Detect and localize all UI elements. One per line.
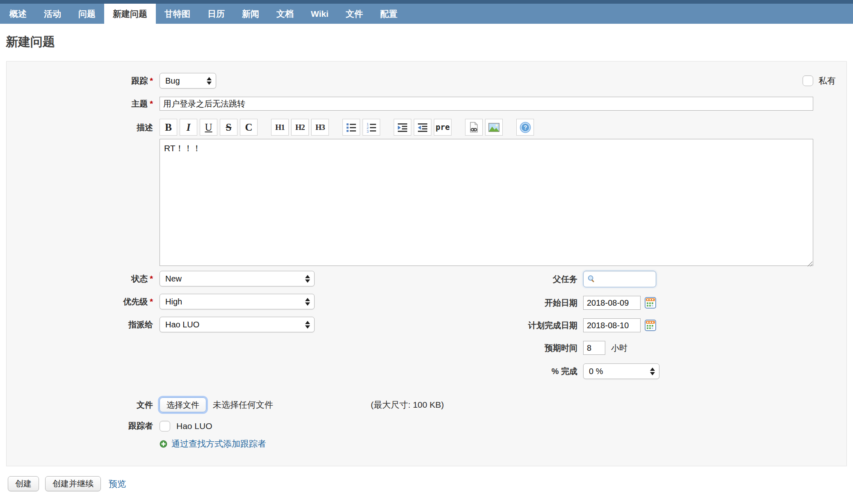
estimated-hours-label-text: 预期时间 (545, 343, 577, 352)
parent-task-label-text: 父任务 (553, 275, 577, 284)
priority-select[interactable]: High (160, 294, 315, 309)
heading-2-button[interactable]: H2 (291, 119, 309, 136)
create-button[interactable]: 创建 (8, 476, 39, 491)
watcher-option-1: Hao LUO (160, 421, 212, 431)
tracker-label-text: 跟踪 (131, 76, 148, 85)
calendar-icon (645, 320, 656, 331)
nav-tab-8[interactable]: 文档 (268, 4, 302, 24)
preformatted-button[interactable]: pre (434, 119, 452, 136)
bold-button[interactable]: B (160, 119, 177, 136)
subject-row: 主题* (7, 97, 846, 111)
nav-tab-4[interactable]: 新建问题 (104, 4, 156, 24)
status-select[interactable]: New (160, 271, 315, 286)
bold-icon: B (165, 122, 172, 132)
select-arrows-icon (305, 321, 310, 329)
ordered-list-button[interactable]: 123 (363, 119, 380, 136)
assignee-select[interactable]: Hao LUO (160, 317, 315, 332)
due-date-input[interactable] (583, 318, 641, 332)
done-ratio-select[interactable]: 0 % (583, 363, 659, 379)
files-label: 文件 (7, 400, 153, 411)
create-and-continue-button[interactable]: 创建并继续 (45, 476, 101, 491)
indent-increase-icon (397, 122, 408, 133)
attributes-columns: 状态* New 优先级* High 指派给 (7, 271, 846, 388)
preformatted-icon: pre (436, 123, 449, 131)
priority-label-text: 优先级 (123, 297, 148, 306)
required-mark: * (150, 76, 153, 85)
select-arrows-icon (305, 275, 310, 283)
subject-input[interactable] (160, 97, 813, 111)
add-watcher-row: 通过查找方式添加跟踪者 (7, 438, 846, 450)
start-date-input[interactable] (583, 296, 641, 310)
status-value: New (165, 274, 300, 284)
indent-decrease-icon (417, 122, 428, 133)
estimated-hours-input[interactable] (583, 341, 605, 355)
nav-tab-3[interactable]: 问题 (70, 4, 104, 24)
done-ratio-value: 0 % (589, 367, 645, 376)
parent-task-input[interactable] (598, 274, 652, 284)
project-menu: 概述活动问题新建问题甘特图日历新闻文档Wiki文件配置 (0, 0, 853, 24)
code-icon: C (245, 122, 252, 132)
nav-tab-10[interactable]: 文件 (337, 4, 372, 24)
image-icon (488, 123, 499, 132)
preview-link[interactable]: 预览 (109, 478, 126, 490)
strikethrough-button[interactable]: S (220, 119, 237, 136)
nav-tab-5[interactable]: 甘特图 (156, 4, 199, 24)
description-row: 描述 BIUSCH1H2H3123pre? RT！！！ (7, 119, 846, 268)
ordered-list-icon: 123 (366, 122, 377, 133)
nav-tab-1[interactable]: 概述 (1, 4, 35, 24)
nav-tab-9[interactable]: Wiki (302, 4, 337, 24)
due-date-label-text: 计划完成日期 (528, 321, 577, 330)
wiki-link-button[interactable] (465, 119, 483, 136)
watchers-label: 跟踪者 (7, 420, 153, 431)
done-ratio-row: % 完成 0 % (426, 363, 846, 379)
start-date-row: 开始日期 (426, 296, 846, 310)
status-label: 状态* (7, 273, 153, 284)
tracker-value: Bug (165, 76, 202, 86)
subject-label-text: 主题 (131, 99, 148, 108)
svg-text:?: ? (523, 124, 527, 131)
select-arrows-icon (207, 77, 212, 85)
priority-label: 优先级* (7, 296, 153, 307)
status-label-text: 状态 (131, 274, 148, 283)
required-mark: * (150, 274, 153, 283)
no-file-text: 未选择任何文件 (213, 399, 273, 411)
parent-task-row: 父任务 (426, 271, 846, 287)
start-date-calendar-button[interactable] (645, 297, 656, 309)
nav-tab-6[interactable]: 日历 (199, 4, 233, 24)
indent-increase-button[interactable] (394, 119, 411, 136)
help-button[interactable]: ? (516, 119, 534, 136)
attributes-right-column: 父任务 开始日期 (426, 271, 846, 388)
italic-button[interactable]: I (180, 119, 197, 136)
add-watcher-link[interactable]: 通过查找方式添加跟踪者 (171, 438, 266, 450)
unordered-list-icon (346, 122, 357, 133)
description-label: 描述 (7, 122, 153, 133)
estimated-hours-label: 预期时间 (426, 343, 577, 354)
watchers-label-text: 跟踪者 (128, 421, 153, 430)
unordered-list-button[interactable] (342, 119, 360, 136)
heading-1-button[interactable]: H1 (271, 119, 289, 136)
search-icon (587, 274, 596, 284)
page-title: 新建问题 (6, 34, 853, 50)
add-watcher: 通过查找方式添加跟踪者 (160, 438, 266, 450)
watcher-checkbox[interactable] (160, 421, 170, 431)
image-button[interactable] (485, 119, 503, 136)
underline-button[interactable]: U (200, 119, 217, 136)
assignee-label: 指派给 (7, 319, 153, 330)
private-checkbox[interactable] (803, 75, 813, 86)
svg-text:3: 3 (367, 129, 369, 133)
choose-file-button[interactable]: 选择文件 (160, 397, 206, 412)
hours-unit-label: 小时 (611, 343, 627, 354)
nav-tab-11[interactable]: 配置 (372, 4, 406, 24)
watcher-name: Hao LUO (176, 421, 212, 431)
description-textarea[interactable]: RT！！！ (160, 139, 813, 266)
help-icon: ? (520, 122, 531, 133)
due-date-calendar-button[interactable] (645, 320, 656, 331)
nav-tab-2[interactable]: 活动 (35, 4, 70, 24)
nav-tab-7[interactable]: 新闻 (233, 4, 268, 24)
files-label-text: 文件 (137, 400, 153, 409)
tracker-select[interactable]: Bug (160, 73, 216, 89)
indent-decrease-button[interactable] (414, 119, 431, 136)
heading-3-button[interactable]: H3 (311, 119, 329, 136)
calendar-icon (645, 297, 656, 309)
code-button[interactable]: C (240, 119, 258, 136)
